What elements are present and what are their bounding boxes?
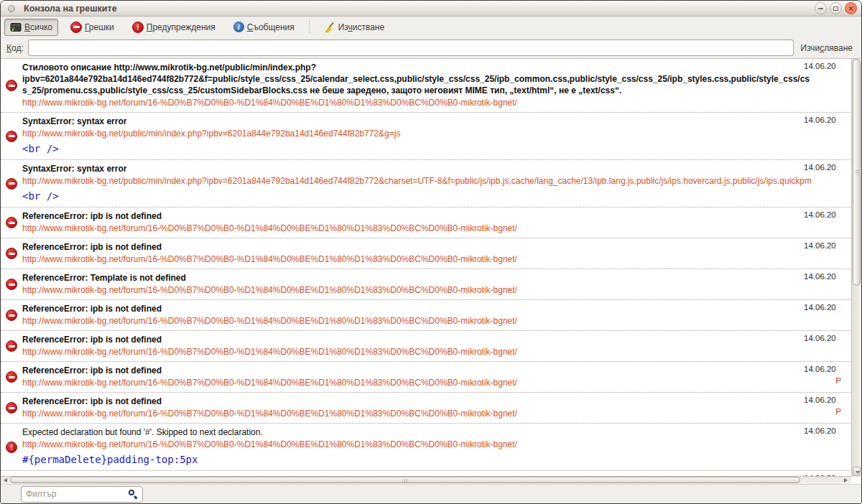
toolbar: >_ Всичко Грешки Предупреждения Съобщени… bbox=[1, 17, 861, 37]
info-icon bbox=[233, 22, 244, 32]
error-icon bbox=[70, 22, 82, 33]
console-icon: >_ bbox=[10, 22, 22, 33]
scroll-down-button[interactable] bbox=[853, 467, 861, 476]
entry-message: Expected declaration but found '#'. Skip… bbox=[22, 426, 811, 438]
close-button[interactable]: ✕ bbox=[845, 2, 857, 14]
vertical-scrollbar[interactable] bbox=[851, 59, 861, 477]
app-icon bbox=[8, 5, 15, 12]
clear-button[interactable]: Изчистване bbox=[318, 19, 390, 36]
code-input[interactable] bbox=[28, 39, 794, 56]
entry-date: 14.06.20 bbox=[804, 163, 841, 172]
error-icon bbox=[6, 371, 17, 383]
console-entry[interactable]: ReferenceError: ipb is not defined http:… bbox=[1, 331, 851, 362]
entry-message: ReferenceError: ipb is not defined bbox=[22, 334, 811, 345]
console-list-area: Стиловото описание http://www.mikrotik-b… bbox=[1, 58, 861, 484]
entry-message: ReferenceError: Template is not defined bbox=[22, 272, 811, 284]
error-console-window: Конзола на грешките ✕ >_ Всичко Грешки П… bbox=[0, 0, 862, 504]
titlebar: Конзола на грешките ✕ bbox=[1, 1, 861, 17]
clear-label: Изчистване bbox=[338, 22, 384, 32]
entry-date: 14.06.20 bbox=[804, 334, 841, 342]
error-icon bbox=[6, 131, 17, 142]
filter-warnings-button[interactable]: Предупреждения bbox=[126, 19, 221, 36]
scrollbar-grip bbox=[856, 170, 859, 175]
entry-message: ReferenceError: ipb is not defined bbox=[22, 303, 811, 314]
entry-source-link[interactable]: http://www.mikrotik-bg.net/forum/16-%D0%… bbox=[22, 439, 811, 451]
scroll-left-button[interactable] bbox=[1, 477, 10, 483]
scrollbar-grip bbox=[403, 479, 408, 482]
console-entry[interactable]: SyntaxError: syntax error http://www.mik… bbox=[1, 113, 851, 160]
horizontal-scrollbar-thumb[interactable] bbox=[10, 477, 800, 483]
entry-code-snippet: #{permaDelete}padding-top:5px bbox=[22, 452, 811, 467]
evaluate-button[interactable]: Изчисляване bbox=[798, 41, 856, 55]
console-entry[interactable]: SyntaxError: syntax error http://www.mik… bbox=[1, 160, 851, 207]
entry-source-link[interactable]: http://www.mikrotik-bg.net/forum/16-%D0%… bbox=[22, 223, 811, 235]
filter-input[interactable] bbox=[21, 486, 143, 503]
console-list: Стиловото описание http://www.mikrotik-b… bbox=[1, 59, 851, 477]
console-entry[interactable]: Стиловото описание http://www.mikrotik-b… bbox=[1, 59, 851, 113]
entry-code-snippet: <br /> bbox=[22, 141, 811, 157]
entry-source-link[interactable]: http://www.mikrotik-bg.net/public/min/in… bbox=[22, 175, 811, 187]
console-entry[interactable]: Expected declaration but found '#'. Skip… bbox=[1, 424, 851, 471]
search-icon[interactable] bbox=[128, 489, 138, 499]
vertical-scrollbar-thumb[interactable] bbox=[853, 59, 861, 286]
maximize-icon bbox=[833, 6, 838, 11]
entry-source-link[interactable]: http://www.mikrotik-bg.net/forum/16-%D0%… bbox=[22, 408, 811, 420]
entry-source-link[interactable]: http://www.mikrotik-bg.net/forum/16-%D0%… bbox=[22, 284, 811, 297]
entry-message: Стиловото описание http://www.mikrotik-b… bbox=[22, 62, 811, 96]
error-icon bbox=[6, 309, 17, 321]
console-entry[interactable]: ReferenceError: ipb is not defined http:… bbox=[1, 300, 851, 331]
entry-source-link[interactable]: http://www.mikrotik-bg.net/forum/16-%D0%… bbox=[22, 315, 811, 327]
console-entry[interactable]: ReferenceError: ipb is not defined http:… bbox=[1, 238, 851, 269]
minimize-icon bbox=[818, 8, 823, 9]
filter-errors-label: Грешки bbox=[85, 22, 114, 32]
arrow-left-icon bbox=[4, 478, 7, 482]
error-icon bbox=[6, 340, 17, 352]
entry-message: ReferenceError: ipb is not defined bbox=[22, 396, 811, 407]
filter-bar bbox=[1, 484, 861, 503]
entry-message: SyntaxError: syntax error bbox=[22, 116, 811, 127]
window-title: Конзола на грешките bbox=[24, 4, 117, 14]
entry-source-link[interactable]: http://www.mikrotik-bg.net/forum/16-%D0%… bbox=[22, 346, 811, 358]
entry-date: 14.06.20 bbox=[804, 272, 841, 281]
entry-date: 14.06.20 bbox=[804, 116, 841, 124]
error-icon bbox=[6, 178, 17, 190]
entry-source-link[interactable]: http://www.mikrotik-bg.net/forum/16-%D0%… bbox=[22, 253, 811, 266]
window-controls: ✕ bbox=[815, 2, 857, 14]
entry-source-link[interactable]: http://www.mikrotik-bg.net/public/min/in… bbox=[22, 128, 811, 140]
console-entry[interactable]: ReferenceError: Template is not defined … bbox=[1, 269, 851, 300]
maximize-button[interactable] bbox=[830, 2, 842, 14]
warning-icon bbox=[132, 22, 144, 33]
entry-date: 14.06.20 bbox=[804, 426, 841, 435]
filter-all-button[interactable]: >_ Всичко bbox=[4, 19, 58, 36]
arrow-down-icon bbox=[856, 471, 860, 474]
filter-errors-button[interactable]: Грешки bbox=[65, 19, 120, 36]
console-entry[interactable]: ReferenceError: ipb is not defined http:… bbox=[1, 207, 851, 238]
entry-message: ReferenceError: ipb is not defined bbox=[22, 241, 811, 253]
broom-icon bbox=[324, 22, 335, 33]
error-icon bbox=[6, 217, 17, 228]
filter-warnings-label: Предупреждения bbox=[147, 22, 216, 32]
filter-box bbox=[21, 486, 143, 503]
error-icon bbox=[6, 248, 17, 259]
entry-date: 14.06.20 bbox=[804, 241, 841, 250]
toolbar-separator bbox=[309, 20, 310, 34]
arrow-right-icon bbox=[844, 478, 848, 482]
console-entry[interactable]: ReferenceError: ipb is not defined http:… bbox=[1, 362, 851, 393]
filter-messages-button[interactable]: Съобщения bbox=[228, 19, 300, 35]
warning-icon bbox=[6, 442, 17, 453]
console-entry[interactable]: ReferenceError: ipb is not defined http:… bbox=[1, 393, 851, 424]
entry-source-link[interactable]: http://www.mikrotik-bg.net/forum/16-%D0%… bbox=[22, 97, 811, 109]
error-icon bbox=[6, 80, 17, 91]
entry-date: 14.06.20 bbox=[804, 62, 841, 70]
entry-code-snippet: <br /> bbox=[22, 189, 811, 204]
code-label: Код: bbox=[6, 43, 24, 53]
entry-line-fragment: Р bbox=[835, 376, 841, 385]
entry-message: ReferenceError: ipb is not defined bbox=[22, 365, 811, 376]
filter-messages-label: Съобщения bbox=[247, 22, 295, 32]
scroll-right-button[interactable] bbox=[841, 477, 850, 483]
horizontal-scrollbar[interactable] bbox=[1, 476, 851, 484]
minimize-button[interactable] bbox=[815, 2, 827, 14]
entry-date: 14.06.20 bbox=[804, 396, 841, 404]
entry-message: ReferenceError: ipb is not defined bbox=[22, 210, 811, 222]
entry-source-link[interactable]: http://www.mikrotik-bg.net/forum/16-%D0%… bbox=[22, 377, 811, 389]
